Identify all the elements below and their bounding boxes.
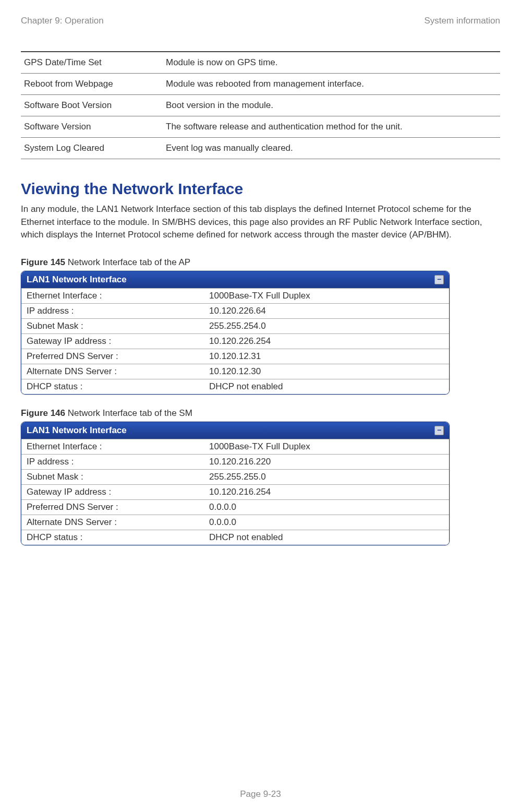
- table-row: IP address :10.120.226.64: [21, 303, 449, 318]
- event-name: Software Boot Version: [21, 95, 163, 116]
- table-row: Ethernet Interface :1000Base-TX Full Dup…: [21, 288, 449, 303]
- figure-caption: Figure 145 Network Interface tab of the …: [21, 257, 500, 268]
- figure-caption-text: Network Interface tab of the AP: [65, 257, 190, 267]
- section-heading: Viewing the Network Interface: [21, 180, 500, 198]
- field-value: 10.120.226.64: [204, 303, 449, 318]
- panel-title: LAN1 Network Interface: [27, 425, 127, 436]
- header-right: System information: [425, 16, 501, 26]
- table-row: Gateway IP address :10.120.216.254: [21, 484, 449, 499]
- field-value: 0.0.0.0: [204, 515, 449, 530]
- field-label: Alternate DNS Server :: [21, 364, 204, 379]
- field-value: 10.120.216.254: [204, 484, 449, 499]
- table-row: Alternate DNS Server :10.120.12.30: [21, 364, 449, 379]
- event-desc: Module was rebooted from management inte…: [163, 74, 500, 95]
- table-row: DHCP status :DHCP not enabled: [21, 530, 449, 545]
- field-value: 0.0.0.0: [204, 499, 449, 515]
- collapse-icon[interactable]: −: [434, 426, 444, 435]
- table-row: Software Boot Version Boot version in th…: [21, 95, 500, 116]
- figure-label: Figure 145: [21, 257, 65, 267]
- event-desc: The software release and authentication …: [163, 116, 500, 138]
- field-label: Gateway IP address :: [21, 333, 204, 349]
- field-value: 1000Base-TX Full Duplex: [204, 439, 449, 454]
- lan1-panel-sm: LAN1 Network Interface − Ethernet Interf…: [21, 422, 450, 545]
- table-row: Preferred DNS Server :0.0.0.0: [21, 499, 449, 515]
- field-value: 10.120.12.30: [204, 364, 449, 379]
- field-label: IP address :: [21, 454, 204, 469]
- event-desc: Event log was manually cleared.: [163, 138, 500, 159]
- table-row: Reboot from Webpage Module was rebooted …: [21, 74, 500, 95]
- field-label: DHCP status :: [21, 379, 204, 394]
- field-label: Gateway IP address :: [21, 484, 204, 499]
- field-value: DHCP not enabled: [204, 379, 449, 394]
- panel-table: Ethernet Interface :1000Base-TX Full Dup…: [21, 288, 449, 394]
- figure-caption-text: Network Interface tab of the SM: [65, 408, 192, 418]
- event-desc: Module is now on GPS time.: [163, 52, 500, 74]
- event-name: System Log Cleared: [21, 138, 163, 159]
- figure-caption: Figure 146 Network Interface tab of the …: [21, 408, 500, 419]
- table-row: Subnet Mask :255.255.255.0: [21, 469, 449, 484]
- table-row: GPS Date/Time Set Module is now on GPS t…: [21, 52, 500, 74]
- panel-title: LAN1 Network Interface: [27, 274, 127, 285]
- table-row: DHCP status :DHCP not enabled: [21, 379, 449, 394]
- field-value: 255.255.254.0: [204, 318, 449, 333]
- field-value: 1000Base-TX Full Duplex: [204, 288, 449, 303]
- field-label: Preferred DNS Server :: [21, 499, 204, 515]
- table-row: Software Version The software release an…: [21, 116, 500, 138]
- page-footer: Page 9-23: [0, 789, 521, 799]
- table-row: Ethernet Interface :1000Base-TX Full Dup…: [21, 439, 449, 454]
- panel-header[interactable]: LAN1 Network Interface −: [21, 271, 449, 288]
- field-label: Preferred DNS Server :: [21, 349, 204, 364]
- table-row: Alternate DNS Server :0.0.0.0: [21, 515, 449, 530]
- field-value: 255.255.255.0: [204, 469, 449, 484]
- panel-header[interactable]: LAN1 Network Interface −: [21, 422, 449, 439]
- header-left: Chapter 9: Operation: [21, 16, 104, 26]
- field-value: 10.120.12.31: [204, 349, 449, 364]
- field-label: Alternate DNS Server :: [21, 515, 204, 530]
- table-row: Preferred DNS Server :10.120.12.31: [21, 349, 449, 364]
- field-value: DHCP not enabled: [204, 530, 449, 545]
- field-label: Subnet Mask :: [21, 318, 204, 333]
- field-label: Ethernet Interface :: [21, 288, 204, 303]
- field-value: 10.120.226.254: [204, 333, 449, 349]
- table-row: System Log Cleared Event log was manuall…: [21, 138, 500, 159]
- event-name: Reboot from Webpage: [21, 74, 163, 95]
- table-row: IP address :10.120.216.220: [21, 454, 449, 469]
- figure-label: Figure 146: [21, 408, 65, 418]
- table-row: Subnet Mask :255.255.254.0: [21, 318, 449, 333]
- event-desc: Boot version in the module.: [163, 95, 500, 116]
- table-row: Gateway IP address :10.120.226.254: [21, 333, 449, 349]
- event-table: GPS Date/Time Set Module is now on GPS t…: [21, 51, 500, 159]
- lan1-panel-ap: LAN1 Network Interface − Ethernet Interf…: [21, 271, 450, 395]
- field-value: 10.120.216.220: [204, 454, 449, 469]
- field-label: DHCP status :: [21, 530, 204, 545]
- page-header: Chapter 9: Operation System information: [21, 16, 500, 26]
- panel-table: Ethernet Interface :1000Base-TX Full Dup…: [21, 439, 449, 545]
- field-label: Subnet Mask :: [21, 469, 204, 484]
- field-label: Ethernet Interface :: [21, 439, 204, 454]
- event-name: GPS Date/Time Set: [21, 52, 163, 74]
- section-body: In any module, the LAN1 Network Interfac…: [21, 203, 500, 242]
- event-name: Software Version: [21, 116, 163, 138]
- field-label: IP address :: [21, 303, 204, 318]
- collapse-icon[interactable]: −: [434, 275, 444, 284]
